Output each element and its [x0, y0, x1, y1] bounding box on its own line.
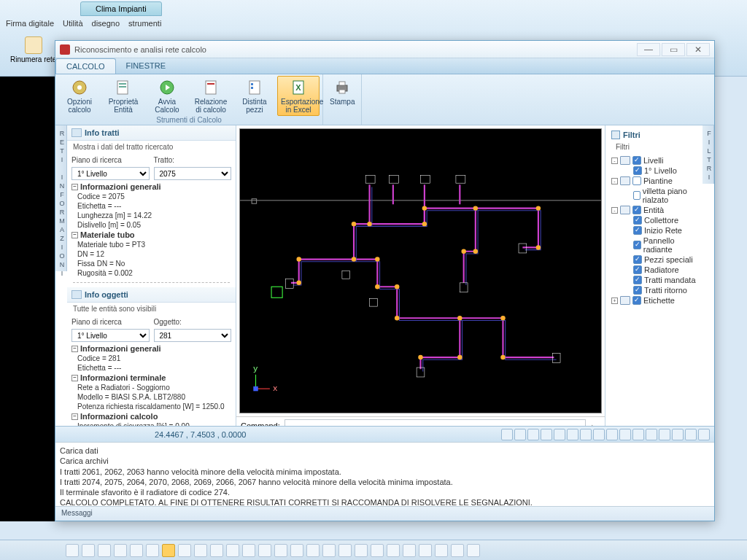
- tool-icon[interactable]: [194, 544, 207, 557]
- command-input[interactable]: [285, 419, 586, 426]
- proprieta-entita-button[interactable]: Proprietà Entità: [102, 76, 144, 116]
- vtab-filtri[interactable]: FILTRI: [703, 125, 714, 184]
- tool-icon[interactable]: [274, 544, 287, 557]
- tool-icon[interactable]: [403, 544, 416, 557]
- tool-icon[interactable]: [419, 544, 432, 557]
- vtab-reti[interactable]: RETI: [55, 125, 67, 169]
- folder-icon[interactable]: [685, 429, 697, 440]
- close-button[interactable]: ✕: [686, 43, 710, 56]
- relazione-calcolo-button[interactable]: Relazione di calcolo: [190, 76, 232, 116]
- tool-icon[interactable]: [98, 544, 111, 557]
- filter-node[interactable]: Pezzi speciali: [608, 254, 700, 265]
- minimize-button[interactable]: —: [637, 43, 660, 56]
- oggetto-select[interactable]: 281: [154, 329, 232, 342]
- stampa-button[interactable]: Stampa: [326, 76, 358, 108]
- opzioni-calcolo-button[interactable]: Opzioni calcolo: [58, 76, 101, 116]
- menu-firma[interactable]: Firma digitale: [6, 19, 54, 28]
- view-icon[interactable]: [527, 429, 539, 440]
- zoom-fit-icon[interactable]: [659, 429, 670, 440]
- tool-icon[interactable]: [451, 544, 464, 557]
- checkbox[interactable]: [633, 191, 640, 200]
- filter-node[interactable]: +Etichette: [608, 295, 700, 306]
- zoom-out-icon[interactable]: [646, 429, 657, 440]
- tool-icon[interactable]: [178, 544, 191, 557]
- tab-calcolo[interactable]: CALCOLO: [55, 58, 116, 74]
- filter-node[interactable]: -Piantine: [608, 176, 700, 186]
- ig2-header[interactable]: −Informazioni generali: [67, 343, 236, 354]
- tool-icon[interactable]: [371, 544, 384, 557]
- tool-icon[interactable]: [162, 544, 175, 557]
- filter-node[interactable]: Tratti ritorno: [608, 285, 700, 295]
- filter-node[interactable]: -Livelli: [608, 155, 700, 166]
- drawing-canvas[interactable]: x y: [239, 128, 602, 413]
- checkbox[interactable]: [633, 216, 642, 225]
- tool-icon[interactable]: [210, 544, 223, 557]
- filter-node[interactable]: -Entità: [608, 205, 700, 215]
- vtab-informazioni[interactable]: INFORMAZIONI: [55, 169, 67, 271]
- view-icon[interactable]: [541, 429, 552, 440]
- filter-node[interactable]: Pannello radiante: [608, 236, 700, 254]
- tool-icon[interactable]: [355, 544, 368, 557]
- mt-header[interactable]: −Materiale tubo: [67, 230, 236, 240]
- filter-node[interactable]: Radiatore: [608, 265, 700, 275]
- tool-icon[interactable]: [306, 544, 320, 557]
- view-icon[interactable]: [606, 429, 618, 440]
- pan-icon[interactable]: [672, 429, 684, 440]
- checkbox[interactable]: [633, 276, 642, 284]
- avvia-calcolo-button[interactable]: Avvia Calcolo: [146, 76, 188, 116]
- ic-header[interactable]: −Informazioni calcolo: [67, 411, 236, 421]
- checkbox[interactable]: [633, 241, 641, 249]
- checkbox[interactable]: [633, 255, 642, 264]
- tool-icon[interactable]: [290, 544, 303, 557]
- rinumera-rete-button[interactable]: Rinumera rete: [6, 34, 61, 66]
- tool-icon[interactable]: [146, 544, 159, 557]
- checkbox[interactable]: [632, 176, 641, 185]
- view-icon[interactable]: [514, 429, 526, 440]
- checkbox[interactable]: [633, 286, 642, 295]
- menu-utilita[interactable]: Utilità: [63, 19, 83, 28]
- filter-node[interactable]: Inizio Rete: [608, 225, 700, 236]
- tool-icon[interactable]: [66, 544, 79, 557]
- view-icon[interactable]: [580, 429, 592, 440]
- checkbox[interactable]: [633, 166, 642, 175]
- it-header[interactable]: −Informazioni terminale: [67, 373, 236, 383]
- menu-disegno[interactable]: disegno: [92, 19, 120, 28]
- piano-ricerca-select[interactable]: 1° Livello: [71, 167, 150, 180]
- view-icon[interactable]: [593, 429, 605, 440]
- filter-node[interactable]: Tratti mandata: [608, 275, 700, 285]
- view-icon[interactable]: [567, 429, 578, 440]
- menu-strumenti[interactable]: strumenti: [128, 19, 161, 28]
- checkbox[interactable]: [633, 265, 642, 274]
- print-icon[interactable]: [698, 429, 710, 440]
- tool-icon[interactable]: [226, 544, 239, 557]
- tab-finestre[interactable]: FINESTRE: [116, 58, 176, 74]
- tool-icon[interactable]: [114, 544, 127, 557]
- checkbox[interactable]: [632, 206, 641, 214]
- filter-node[interactable]: villetta piano rialzato: [608, 186, 700, 205]
- esportazione-excel-button[interactable]: X Esportazione in Excel: [277, 76, 320, 116]
- zoom-in-icon[interactable]: [632, 429, 644, 440]
- piano-ricerca-select2[interactable]: 1° Livello: [71, 329, 150, 342]
- maximize-button[interactable]: ▭: [662, 43, 685, 56]
- view-icon[interactable]: [501, 429, 513, 440]
- tool-icon[interactable]: [387, 544, 400, 557]
- checkbox[interactable]: [633, 226, 642, 235]
- tool-icon[interactable]: [130, 544, 143, 557]
- view-icon[interactable]: [619, 429, 631, 440]
- messages-tab[interactable]: Messaggi: [55, 506, 714, 521]
- tool-icon[interactable]: [322, 544, 336, 557]
- tool-icon[interactable]: [242, 544, 255, 557]
- filter-node[interactable]: Collettore: [608, 215, 700, 225]
- view-icon[interactable]: [554, 429, 565, 440]
- tool-icon[interactable]: [82, 544, 95, 557]
- tool-icon[interactable]: [338, 544, 352, 557]
- ig-header[interactable]: −Informazioni generali: [67, 182, 236, 192]
- filter-node[interactable]: 1° Livello: [608, 166, 700, 176]
- tool-icon[interactable]: [258, 544, 271, 557]
- checkbox[interactable]: [632, 296, 641, 305]
- distinta-pezzi-button[interactable]: Distinta pezzi: [233, 76, 276, 116]
- tool-icon[interactable]: [435, 544, 448, 557]
- checkbox[interactable]: [632, 156, 641, 165]
- tool-icon[interactable]: [467, 544, 480, 557]
- tratto-select[interactable]: 2075: [154, 167, 232, 180]
